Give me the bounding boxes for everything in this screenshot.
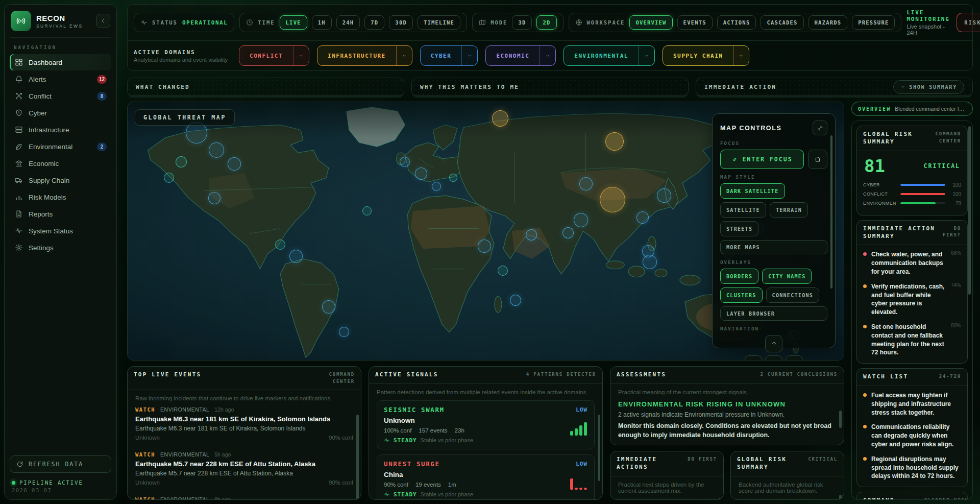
action-item[interactable]: Set one household contact and one fallba… <box>863 323 961 357</box>
signal-card[interactable]: UNREST SURGE LOW China 90% conf 19 event… <box>377 454 595 499</box>
action-item[interactable]: Check water, power, and communication ba… <box>618 499 716 499</box>
mode-option-3d[interactable]: 3D <box>512 15 532 30</box>
event-item[interactable]: WATCH ENVIRONMENTAL 8h ago Earthquake M5… <box>135 496 353 499</box>
sidebar-item-alerts[interactable]: Alerts 12 <box>10 71 111 87</box>
map-marker[interactable] <box>362 206 372 215</box>
map-marker[interactable] <box>449 174 457 182</box>
domain-filter-economic[interactable]: ECONOMIC <box>485 45 556 66</box>
immediate-action-panel[interactable]: IMMEDIATE ACTION SHOW SUMMARY <box>696 78 973 96</box>
sidebar-item-infrastructure[interactable]: Infrastructure <box>10 122 111 138</box>
recenter-button[interactable] <box>765 355 782 361</box>
scrollbar-thumb[interactable] <box>719 498 721 499</box>
map-marker[interactable] <box>562 227 574 238</box>
overview-context-pill[interactable]: OVERVIEW Blended command center for liv.… <box>851 102 973 116</box>
show-summary-button[interactable]: SHOW SUMMARY <box>893 80 964 94</box>
map-marker[interactable] <box>208 192 220 204</box>
sidebar-item-conflict[interactable]: Conflict 8 <box>10 88 111 104</box>
signal-card[interactable]: SEISMIC SWARM LOW Unknown 100% conf 157 … <box>377 400 595 449</box>
map-marker[interactable] <box>415 167 427 180</box>
global-threat-map[interactable]: GLOBAL THREAT MAP MAP CONTROLS FOCUS <box>127 102 844 361</box>
workspace-tab-overview[interactable]: OVERVIEW <box>629 15 672 30</box>
why-matters-panel[interactable]: WHY THIS MATTERS TO ME <box>411 78 689 96</box>
enter-focus-button[interactable]: ENTER FOCUS <box>720 150 804 169</box>
watch-item[interactable]: Fuel access may tighten if shipping and … <box>863 391 961 417</box>
map-marker[interactable] <box>605 132 624 151</box>
action-item[interactable]: Check water, power, and communication ba… <box>863 250 961 276</box>
map-marker[interactable] <box>339 327 349 337</box>
sidebar-item-system-status[interactable]: System Status <box>10 223 111 239</box>
what-changed-panel[interactable]: WHAT CHANGED <box>127 78 404 96</box>
time-option-30d[interactable]: 30D <box>389 15 413 30</box>
time-option-live[interactable]: LIVE <box>280 15 307 30</box>
workspace-tab-cascades[interactable]: CASCADES <box>761 15 803 30</box>
chevron-down-icon[interactable] <box>293 46 309 65</box>
overlay-clusters-toggle[interactable]: CLUSTERS <box>720 287 763 303</box>
sidebar-collapse-button[interactable] <box>96 14 110 28</box>
sidebar-item-economic[interactable]: Economic <box>10 155 111 172</box>
event-item[interactable]: WATCH ENVIRONMENTAL 12h ago Earthquake M… <box>135 406 353 441</box>
pan-up-button[interactable] <box>765 335 782 352</box>
map-marker[interactable] <box>228 157 241 171</box>
event-item[interactable]: WATCH ENVIRONMENTAL 5h ago Earthquake M5… <box>135 451 353 486</box>
style-dark-satellite-button[interactable]: DARK SATELLITE <box>720 183 785 199</box>
sidebar-item-reports[interactable]: Reports <box>10 206 111 222</box>
sidebar-item-environmental[interactable]: Environmental 2 <box>10 138 111 155</box>
sidebar-item-settings[interactable]: Settings <box>10 239 111 256</box>
chevron-down-icon[interactable] <box>639 46 654 65</box>
style-satellite-button[interactable]: SATELLITE <box>720 202 766 218</box>
map-marker[interactable] <box>643 255 657 269</box>
home-view-button[interactable] <box>808 150 827 169</box>
watch-item[interactable]: Communications reliability can degrade q… <box>863 423 961 448</box>
workspace-tab-events[interactable]: EVENTS <box>677 15 713 30</box>
map-marker[interactable] <box>209 142 224 158</box>
scrollbar-thumb[interactable] <box>598 415 600 481</box>
map-marker[interactable] <box>492 110 508 127</box>
scrollbar-thumb[interactable] <box>839 495 842 499</box>
map-marker[interactable] <box>164 173 174 183</box>
map-marker[interactable] <box>275 239 285 250</box>
scrollbar-thumb[interactable] <box>839 411 842 428</box>
chevron-down-icon[interactable] <box>733 46 749 65</box>
risk-score-pill[interactable]: RISK 81 CRITICAL <box>957 13 980 32</box>
map-marker[interactable] <box>657 188 671 203</box>
time-option-1h[interactable]: 1H <box>312 15 332 30</box>
map-marker[interactable] <box>478 239 491 253</box>
mode-option-2d[interactable]: 2D <box>536 15 556 30</box>
map-marker[interactable] <box>400 157 410 167</box>
map-marker[interactable] <box>579 177 593 190</box>
map-marker[interactable] <box>600 187 625 212</box>
workspace-tab-actions[interactable]: ACTIONS <box>717 15 756 30</box>
pan-left-button[interactable] <box>745 355 762 361</box>
workspace-tab-hazards[interactable]: HAZARDS <box>808 15 848 30</box>
chevron-down-icon[interactable] <box>540 46 555 65</box>
chevron-down-icon[interactable] <box>396 46 412 65</box>
sidebar-item-risk-models[interactable]: Risk Models <box>10 189 111 205</box>
watch-item[interactable]: Regional disruptions may spread into hou… <box>863 455 961 481</box>
sidebar-item-cyber[interactable]: Cyber <box>10 105 111 121</box>
scrollbar-thumb[interactable] <box>830 135 832 289</box>
overlay-connections-toggle[interactable]: CONNECTIONS <box>766 287 820 303</box>
layer-browser-button[interactable]: LAYER BROWSER <box>720 306 827 321</box>
map-marker[interactable] <box>432 182 441 191</box>
scrollbar-thumb[interactable] <box>356 415 359 499</box>
style-terrain-button[interactable]: TERRAIN <box>770 202 808 218</box>
map-marker[interactable] <box>510 295 521 306</box>
domain-filter-environmental[interactable]: ENVIRONMENTAL <box>564 45 655 66</box>
time-option-7d[interactable]: 7D <box>364 15 384 30</box>
pan-right-button[interactable] <box>786 355 803 361</box>
domain-filter-cyber[interactable]: CYBER <box>420 45 478 66</box>
domain-filter-conflict[interactable]: CONFLICT <box>239 45 309 66</box>
sidebar-item-supply-chain[interactable]: Supply Chain <box>10 172 111 188</box>
overlay-borders-toggle[interactable]: BORDERS <box>720 269 758 284</box>
sidebar-item-dashboard[interactable]: Dashboard <box>10 54 111 70</box>
map-marker[interactable] <box>322 300 335 314</box>
domain-filter-supply-chain[interactable]: SUPPLY CHAIN <box>663 45 749 66</box>
map-marker[interactable] <box>289 250 303 263</box>
action-item[interactable]: Verify medications, cash, and fuel buffe… <box>863 282 961 317</box>
domain-filter-infrastructure[interactable]: INFRASTRUCTURE <box>317 45 412 66</box>
overlay-city-names-toggle[interactable]: CITY NAMES <box>762 269 812 284</box>
scrollbar-thumb[interactable] <box>968 126 971 295</box>
collapse-panel-button[interactable] <box>813 121 827 135</box>
chevron-down-icon[interactable] <box>461 46 477 65</box>
map-marker[interactable] <box>176 156 187 167</box>
